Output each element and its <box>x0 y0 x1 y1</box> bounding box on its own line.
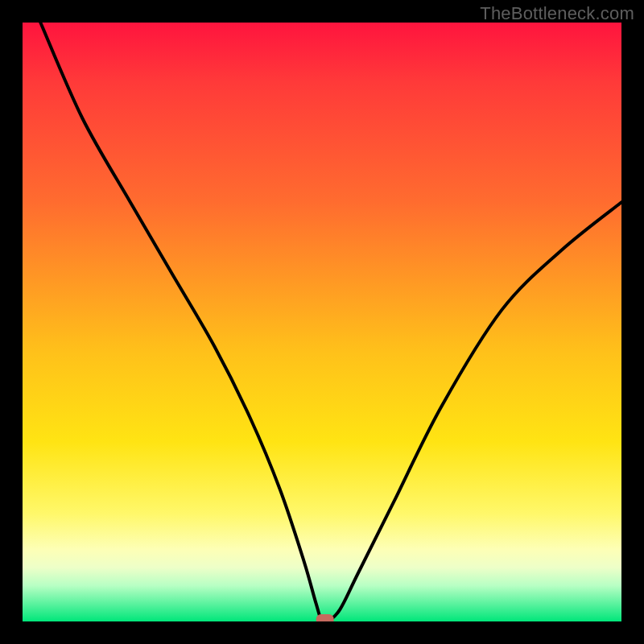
chart-frame: TheBottleneck.com <box>0 0 644 644</box>
bottleneck-curve <box>40 23 621 621</box>
minimum-marker <box>316 614 334 621</box>
curve-svg <box>23 23 621 621</box>
watermark-text: TheBottleneck.com <box>480 3 634 24</box>
plot-area <box>23 23 621 621</box>
